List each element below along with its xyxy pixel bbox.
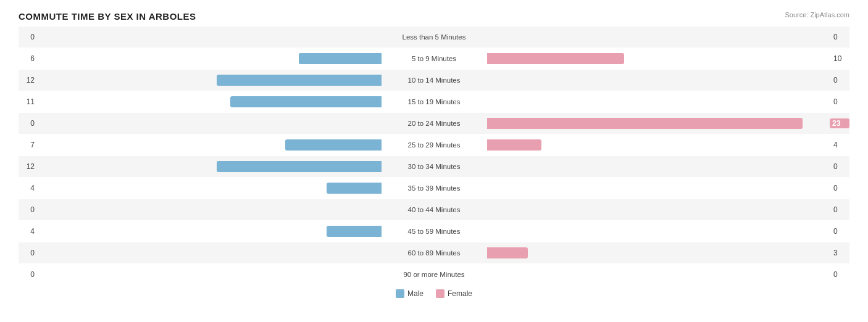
male-value: 0 <box>19 33 38 41</box>
chart-row: 4 35 to 39 Minutes 0 <box>19 178 849 199</box>
female-bar-container <box>485 246 830 260</box>
male-bar-container <box>38 30 383 44</box>
chart-row: 6 5 to 9 Minutes 10 <box>19 48 849 69</box>
bar-group: 90 or more Minutes <box>38 264 830 285</box>
male-bar <box>217 161 382 172</box>
male-bar-container <box>38 181 383 195</box>
bar-group: 15 to 19 Minutes <box>38 91 830 112</box>
row-label: 60 to 89 Minutes <box>383 249 485 257</box>
bars-wrapper: Less than 5 Minutes <box>38 27 830 47</box>
bar-group: 25 to 29 Minutes <box>38 134 830 155</box>
female-bar-container <box>485 138 830 152</box>
female-bar-container <box>485 30 830 44</box>
female-value: 0 <box>830 33 849 41</box>
male-bar-container <box>38 117 383 130</box>
male-value: 0 <box>19 205 38 214</box>
bars-wrapper: 30 to 34 Minutes <box>38 156 830 177</box>
legend: Male Female <box>19 289 849 298</box>
bar-group: 60 to 89 Minutes <box>38 242 830 263</box>
bar-group: 20 to 24 Minutes <box>38 113 830 134</box>
chart-row: 11 15 to 19 Minutes 0 <box>19 91 849 112</box>
row-label: 35 to 39 Minutes <box>383 184 485 192</box>
female-value: 0 <box>830 76 849 85</box>
male-legend-box <box>396 289 404 298</box>
male-value: 0 <box>19 119 38 128</box>
bars-wrapper: 10 to 14 Minutes <box>38 70 830 91</box>
female-value: 0 <box>830 270 849 279</box>
male-value: 12 <box>19 76 38 85</box>
female-bar-container <box>485 95 830 109</box>
male-value: 6 <box>19 54 38 63</box>
male-bar-container <box>38 268 383 281</box>
chart-row: 0 40 to 44 Minutes 0 <box>19 199 849 220</box>
male-bar-container <box>38 138 383 152</box>
male-bar <box>285 139 382 151</box>
chart-area: 0 Less than 5 Minutes 0 6 5 to 9 Minutes <box>19 27 849 276</box>
bar-group: 35 to 39 Minutes <box>38 178 830 199</box>
bar-group: 5 to 9 Minutes <box>38 48 830 69</box>
male-bar <box>327 226 382 237</box>
male-legend-label: Male <box>407 289 424 298</box>
female-value: 0 <box>830 205 849 214</box>
male-bar <box>230 96 381 107</box>
bars-wrapper: 60 to 89 Minutes <box>38 242 830 263</box>
bars-wrapper: 90 or more Minutes <box>38 264 830 285</box>
chart-row: 0 20 to 24 Minutes 23 <box>19 113 849 134</box>
female-value: 3 <box>830 249 849 257</box>
chart-row: 12 10 to 14 Minutes 0 <box>19 70 849 91</box>
row-label: 90 or more Minutes <box>383 271 485 278</box>
bar-group: Less than 5 Minutes <box>38 27 830 47</box>
female-bar-container <box>485 160 830 173</box>
female-bar-container <box>485 268 830 281</box>
female-bar <box>487 139 542 151</box>
female-bar <box>487 53 624 64</box>
female-bar <box>487 118 803 129</box>
male-value: 7 <box>19 141 38 149</box>
chart-row: 7 25 to 29 Minutes 4 <box>19 134 849 155</box>
female-bar <box>487 247 528 258</box>
female-legend-label: Female <box>448 289 472 298</box>
female-value: 10 <box>830 54 849 63</box>
female-value: 23 <box>830 118 849 128</box>
male-bar-container <box>38 52 383 65</box>
bars-wrapper: 5 to 9 Minutes <box>38 48 830 69</box>
source-text: Source: ZipAtlas.com <box>785 11 849 19</box>
female-value: 4 <box>830 141 849 149</box>
bar-group: 45 to 59 Minutes <box>38 221 830 242</box>
bars-wrapper: 40 to 44 Minutes <box>38 199 830 220</box>
male-bar-container <box>38 203 383 217</box>
row-label: 40 to 44 Minutes <box>383 206 485 213</box>
row-label: Less than 5 Minutes <box>383 33 485 41</box>
row-label: 30 to 34 Minutes <box>383 163 485 170</box>
male-value: 0 <box>19 249 38 257</box>
female-bar-container <box>485 117 830 130</box>
female-value: 0 <box>830 97 849 106</box>
female-value: 0 <box>830 184 849 192</box>
chart-row: 4 45 to 59 Minutes 0 <box>19 221 849 242</box>
female-bar-container <box>485 203 830 217</box>
female-bar-container <box>485 52 830 65</box>
male-value: 4 <box>19 227 38 236</box>
male-bar-container <box>38 160 383 173</box>
bar-group: 30 to 34 Minutes <box>38 156 830 177</box>
chart-row: 12 30 to 34 Minutes 0 <box>19 156 849 177</box>
male-value: 12 <box>19 162 38 171</box>
female-value: 0 <box>830 162 849 171</box>
row-label: 45 to 59 Minutes <box>383 228 485 235</box>
row-label: 25 to 29 Minutes <box>383 141 485 149</box>
bars-wrapper: 25 to 29 Minutes <box>38 134 830 155</box>
male-value: 4 <box>19 184 38 192</box>
bar-group: 10 to 14 Minutes <box>38 70 830 91</box>
male-bar <box>299 53 381 64</box>
female-value: 0 <box>830 227 849 236</box>
female-bar-container <box>485 73 830 87</box>
row-label: 15 to 19 Minutes <box>383 98 485 105</box>
male-bar-container <box>38 246 383 260</box>
bars-wrapper: 15 to 19 Minutes <box>38 91 830 112</box>
male-bar <box>327 183 382 194</box>
male-bar-container <box>38 73 383 87</box>
chart-row: 0 60 to 89 Minutes 3 <box>19 242 849 263</box>
row-label: 10 to 14 Minutes <box>383 76 485 84</box>
bars-wrapper: 35 to 39 Minutes <box>38 178 830 199</box>
male-bar-container <box>38 225 383 238</box>
